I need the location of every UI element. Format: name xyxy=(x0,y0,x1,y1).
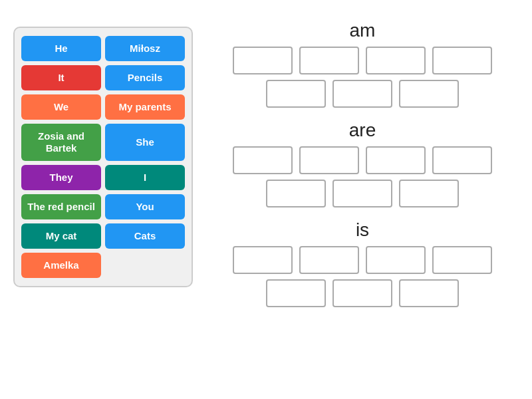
word-btn-i[interactable]: I xyxy=(105,165,185,190)
drop-box-am-1-1[interactable] xyxy=(332,80,392,108)
drop-area: amareis xyxy=(206,13,519,386)
drop-box-are-0-3[interactable] xyxy=(432,146,492,174)
drop-box-am-0-2[interactable] xyxy=(366,47,426,74)
main-container: HeMiłoszItPencilsWeMy parentsZosia and B… xyxy=(0,0,532,399)
word-btn-it[interactable]: It xyxy=(21,65,101,90)
drop-box-am-1-2[interactable] xyxy=(399,80,459,108)
drop-box-are-1-1[interactable] xyxy=(332,180,392,207)
word-btn-we[interactable]: We xyxy=(21,94,101,120)
section-is: is xyxy=(206,219,519,313)
word-btn-zosia-bartek[interactable]: Zosia and Bartek xyxy=(21,124,101,161)
drop-box-are-1-2[interactable] xyxy=(399,180,459,207)
drop-row-am-0 xyxy=(233,47,492,74)
section-label-am: am xyxy=(350,20,376,41)
drop-box-am-0-0[interactable] xyxy=(233,47,293,74)
section-am: am xyxy=(206,20,519,113)
drop-box-is-1-2[interactable] xyxy=(399,279,459,307)
drop-row-is-1 xyxy=(266,279,459,307)
drop-box-are-0-2[interactable] xyxy=(366,146,426,174)
section-label-are: are xyxy=(349,120,376,141)
drop-row-are-0 xyxy=(233,146,492,174)
word-btn-amelka[interactable]: Amelka xyxy=(21,253,101,278)
drop-box-is-0-3[interactable] xyxy=(432,246,492,274)
drop-box-is-0-1[interactable] xyxy=(299,246,359,274)
word-btn-he[interactable]: He xyxy=(21,36,101,61)
drop-box-is-1-0[interactable] xyxy=(266,279,326,307)
word-btn-you[interactable]: You xyxy=(105,194,185,219)
drop-row-am-1 xyxy=(266,80,459,108)
drop-box-is-0-0[interactable] xyxy=(233,246,293,274)
word-btn-my-parents[interactable]: My parents xyxy=(105,94,185,120)
drop-box-is-0-2[interactable] xyxy=(366,246,426,274)
drop-box-are-1-0[interactable] xyxy=(266,180,326,207)
drop-row-is-0 xyxy=(233,246,492,274)
word-btn-she[interactable]: She xyxy=(105,124,185,161)
drop-box-am-0-1[interactable] xyxy=(299,47,359,74)
section-label-is: is xyxy=(356,219,369,241)
word-btn-milosz[interactable]: Miłosz xyxy=(105,36,185,61)
drop-box-is-1-1[interactable] xyxy=(332,279,392,307)
word-btn-cats[interactable]: Cats xyxy=(105,223,185,249)
section-are: are xyxy=(206,120,519,213)
drop-box-am-1-0[interactable] xyxy=(266,80,326,108)
word-btn-the-red-pencil[interactable]: The red pencil xyxy=(21,194,101,219)
word-btn-they[interactable]: They xyxy=(21,165,101,190)
word-bank: HeMiłoszItPencilsWeMy parentsZosia and B… xyxy=(13,27,193,287)
word-btn-my-cat[interactable]: My cat xyxy=(21,223,101,249)
drop-row-are-1 xyxy=(266,180,459,207)
drop-box-am-0-3[interactable] xyxy=(432,47,492,74)
word-btn-pencils[interactable]: Pencils xyxy=(105,65,185,90)
drop-box-are-0-0[interactable] xyxy=(233,146,293,174)
drop-box-are-0-1[interactable] xyxy=(299,146,359,174)
